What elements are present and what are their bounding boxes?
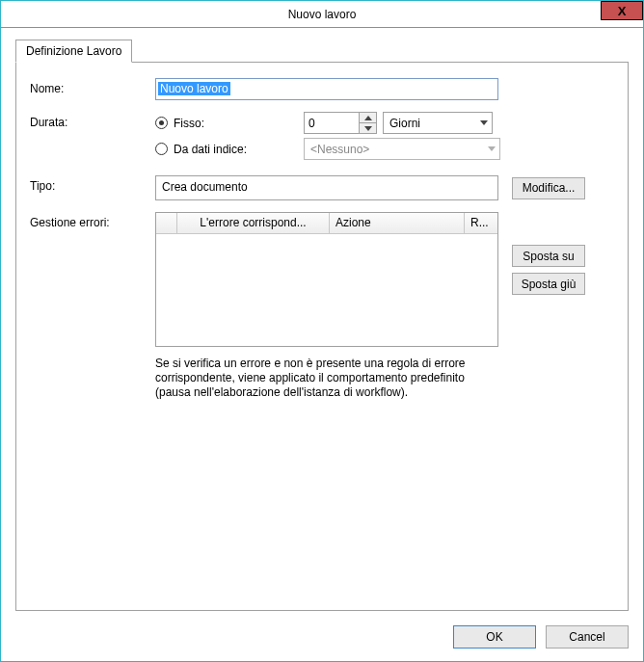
type-value: Crea documento — [162, 180, 248, 194]
chevron-down-icon — [484, 146, 499, 151]
titlebar: Nuovo lavoro X — [1, 1, 643, 28]
spinner-up[interactable] — [360, 113, 376, 123]
duration-unit-select[interactable]: Giorni — [383, 112, 493, 134]
close-icon: X — [618, 4, 627, 18]
chevron-down-icon — [476, 120, 492, 125]
duration-value-spinner[interactable] — [304, 112, 377, 134]
duration-index-select: <Nessuno> — [304, 138, 500, 160]
move-up-button[interactable]: Sposta su — [512, 245, 585, 267]
row-name: Nome: Nuovo lavoro — [30, 78, 614, 100]
name-input-value: Nuovo lavoro — [158, 82, 230, 95]
errors-label: Gestione errori: — [30, 212, 155, 229]
grid-col-r[interactable]: R... — [465, 213, 497, 233]
duration-index-label: Da dati indice: — [174, 143, 247, 156]
grid-header: L'errore corrispond... Azione R... — [156, 213, 497, 234]
duration-index-value: <Nessuno> — [305, 141, 484, 158]
grid-col-blank[interactable] — [156, 213, 177, 233]
duration-index-option[interactable]: Da dati indice: — [155, 143, 298, 156]
grid-col-action[interactable]: Azione — [330, 213, 465, 233]
radio-fixed[interactable] — [155, 117, 168, 129]
dialog-footer: OK Cancel — [453, 625, 629, 649]
name-label: Nome: — [30, 78, 155, 95]
errors-grid[interactable]: L'errore corrispond... Azione R... — [155, 212, 498, 347]
name-input[interactable]: Nuovo lavoro — [155, 78, 498, 100]
tab-label: Definizione Lavoro — [26, 44, 121, 58]
row-duration-index: Da dati indice: <Nessuno> — [155, 138, 614, 160]
duration-fixed-option[interactable]: Fisso: — [155, 117, 298, 130]
spinner-down[interactable] — [360, 123, 376, 133]
type-display: Crea documento — [155, 175, 498, 200]
close-button[interactable]: X — [601, 1, 643, 20]
move-down-button[interactable]: Sposta giù — [512, 273, 585, 295]
errors-help-text: Se si verifica un errore e non è present… — [155, 357, 498, 400]
chevron-up-icon — [364, 116, 372, 120]
tab-body: Nome: Nuovo lavoro Durata: Fisso: — [15, 62, 629, 611]
tab-definition[interactable]: Definizione Lavoro — [15, 40, 132, 63]
grid-col-match[interactable]: L'errore corrispond... — [177, 213, 330, 233]
row-errors: Gestione errori: L'errore corrispond... … — [30, 212, 614, 400]
type-label: Tipo: — [30, 175, 155, 193]
client-area: Definizione Lavoro Nome: Nuovo lavoro Du… — [2, 29, 642, 660]
chevron-down-icon — [364, 126, 372, 131]
dialog-window: Nuovo lavoro X Definizione Lavoro Nome: … — [0, 0, 644, 662]
duration-value-input[interactable] — [305, 113, 359, 133]
cancel-button[interactable]: Cancel — [546, 625, 629, 649]
modify-button[interactable]: Modifica... — [512, 177, 585, 199]
row-type: Tipo: Crea documento Modifica... — [30, 175, 614, 200]
duration-unit-value: Giorni — [384, 115, 476, 132]
duration-label: Durata: — [30, 112, 155, 129]
radio-index[interactable] — [155, 143, 168, 155]
window-title: Nuovo lavoro — [288, 8, 357, 21]
tab-container: Definizione Lavoro Nome: Nuovo lavoro Du… — [15, 39, 629, 611]
ok-button[interactable]: OK — [453, 625, 536, 649]
row-duration: Durata: Fisso: — [30, 112, 614, 134]
duration-fixed-label: Fisso: — [174, 117, 204, 130]
grid-body — [156, 234, 497, 346]
